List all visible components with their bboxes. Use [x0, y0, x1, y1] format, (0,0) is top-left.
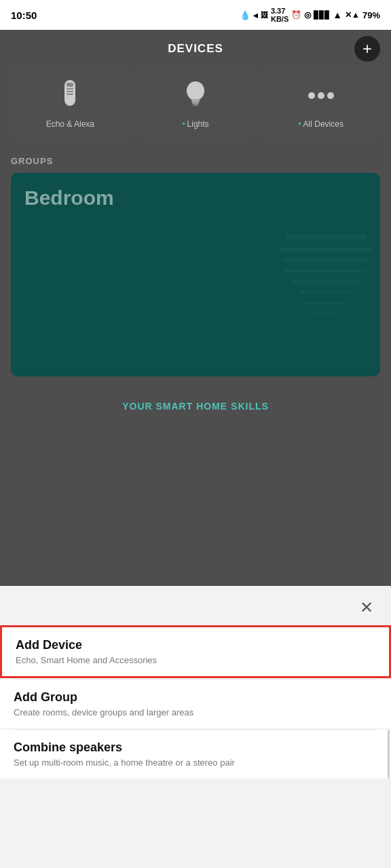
alarm-icon: ⏰	[291, 10, 301, 20]
smart-home-skills-link[interactable]: YOUR SMART HOME SKILLS	[0, 390, 391, 422]
svg-rect-1	[67, 83, 73, 87]
svg-rect-19	[312, 313, 339, 315]
echo-alexa-label: Echo & Alexa	[46, 119, 94, 129]
svg-rect-16	[292, 280, 360, 283]
svg-rect-7	[192, 102, 199, 104]
page-title: DEVICES	[168, 42, 223, 56]
bedroom-decoration	[272, 214, 380, 336]
battery-label: 79%	[362, 10, 380, 20]
status-time: 10:50	[11, 9, 37, 21]
svg-rect-18	[305, 302, 346, 304]
status-icons: 💧 ◂ 🖼 3.37KB/S ⏰ ◎ ▊▊▊ ▲ ✕▲ 79%	[240, 7, 380, 23]
svg-rect-2	[67, 88, 73, 90]
svg-point-10	[318, 92, 324, 99]
all-devices-dot: •	[298, 119, 301, 129]
header: DEVICES +	[0, 30, 391, 68]
svg-point-11	[327, 92, 334, 99]
add-device-title: Add Device	[16, 638, 375, 652]
groups-section-label: GROUPS	[0, 151, 391, 173]
category-echo-alexa[interactable]: Echo & Alexa	[11, 68, 130, 137]
svg-rect-8	[193, 104, 198, 106]
svg-rect-17	[299, 291, 353, 294]
status-bar: 10:50 💧 ◂ 🖼 3.37KB/S ⏰ ◎ ▊▊▊ ▲ ✕▲ 79%	[0, 0, 391, 30]
svg-rect-6	[191, 99, 200, 102]
add-group-title: Add Group	[14, 690, 377, 705]
close-button[interactable]: ✕	[356, 597, 377, 618]
lights-dot: •	[182, 119, 185, 129]
svg-rect-14	[282, 258, 370, 262]
svg-rect-15	[285, 269, 367, 273]
category-lights[interactable]: •Lights	[136, 68, 255, 137]
bottom-sheet: ✕ Add Device Echo, Smart Home and Access…	[0, 586, 391, 857]
echo-icon	[53, 79, 87, 113]
add-group-item[interactable]: Add Group Create rooms, device groups an…	[0, 679, 391, 728]
svg-point-5	[187, 81, 204, 100]
add-device-item[interactable]: Add Device Echo, Smart Home and Accessor…	[0, 625, 391, 678]
combine-speakers-title: Combine speakers	[14, 741, 377, 755]
target-icon: ◎	[304, 10, 311, 20]
nav-icon: ◂	[253, 10, 258, 20]
device-categories: Echo & Alexa •Lights	[0, 68, 391, 151]
all-devices-icon	[304, 79, 338, 113]
lights-label: •Lights	[182, 119, 208, 129]
svg-rect-3	[67, 91, 73, 92]
lights-icon	[179, 79, 212, 113]
image-icon: 🖼	[261, 11, 268, 19]
bedroom-group-card[interactable]: Bedroom	[11, 173, 380, 376]
wifi-icon: ▲	[333, 9, 342, 20]
add-device-subtitle: Echo, Smart Home and Accessories	[16, 655, 375, 665]
cell-icon: ✕▲	[345, 10, 360, 20]
category-all-devices[interactable]: •All Devices	[261, 68, 380, 137]
add-group-subtitle: Create rooms, device groups and larger a…	[14, 707, 377, 717]
scrollbar-indicator	[388, 730, 390, 778]
droplet-icon: 💧	[240, 10, 250, 20]
add-button[interactable]: +	[354, 36, 380, 62]
svg-rect-4	[67, 94, 73, 95]
close-button-row: ✕	[0, 586, 391, 625]
combine-speakers-subtitle: Set up multi-room music, a home theatre …	[14, 757, 377, 768]
svg-point-9	[308, 92, 315, 99]
all-devices-label: •All Devices	[298, 119, 343, 129]
main-overlay: DEVICES + Echo & Alexa	[0, 30, 391, 586]
svg-rect-13	[278, 248, 373, 252]
signal-icon: ▊▊▊	[314, 11, 330, 20]
bedroom-title: Bedroom	[24, 186, 114, 210]
data-rate: 3.37KB/S	[271, 7, 288, 23]
combine-speakers-item[interactable]: Combine speakers Set up multi-room music…	[0, 730, 391, 778]
svg-rect-12	[285, 234, 367, 239]
bottom-nav	[0, 857, 391, 868]
